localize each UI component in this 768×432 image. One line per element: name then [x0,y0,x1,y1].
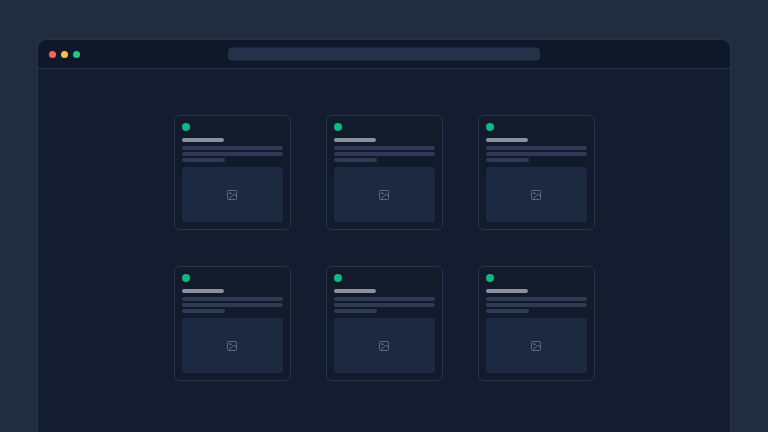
window-titlebar[interactable] [38,40,730,69]
image-icon [378,189,390,201]
browser-window [37,39,731,432]
image-placeholder [486,318,587,373]
image-placeholder [486,167,587,222]
status-dot [486,274,494,282]
skeleton-line [334,297,435,301]
skeleton-line-short [486,309,529,313]
skeleton-line [182,146,283,150]
address-bar[interactable] [228,48,540,61]
close-button[interactable] [49,51,56,58]
window-content [38,69,730,381]
image-icon [226,340,238,352]
image-icon [378,340,390,352]
skeleton-line [334,146,435,150]
skeleton-line [486,146,587,150]
skeleton-line [334,152,435,156]
skeleton-line [486,303,587,307]
skeleton-title [334,138,376,142]
skeleton-line [182,303,283,307]
card[interactable] [326,266,443,381]
image-icon [530,340,542,352]
skeleton-line-short [334,158,377,162]
image-icon [226,189,238,201]
skeleton-line-short [334,309,377,313]
card[interactable] [174,115,291,230]
image-placeholder [182,167,283,222]
card-grid [38,115,730,381]
skeleton-title [182,138,224,142]
image-placeholder [334,318,435,373]
minimize-button[interactable] [61,51,68,58]
skeleton-title [334,289,376,293]
skeleton-line [334,303,435,307]
card[interactable] [478,266,595,381]
skeleton-line-short [182,158,225,162]
image-placeholder [182,318,283,373]
card[interactable] [326,115,443,230]
skeleton-line [486,152,587,156]
card[interactable] [478,115,595,230]
skeleton-line [486,297,587,301]
status-dot [334,123,342,131]
skeleton-line [182,297,283,301]
skeleton-line-short [486,158,529,162]
status-dot [486,123,494,131]
skeleton-title [486,138,528,142]
desktop-background [0,0,768,432]
status-dot [182,274,190,282]
skeleton-title [182,289,224,293]
skeleton-line-short [182,309,225,313]
status-dot [334,274,342,282]
status-dot [182,123,190,131]
skeleton-line [182,152,283,156]
image-icon [530,189,542,201]
skeleton-title [486,289,528,293]
image-placeholder [334,167,435,222]
maximize-button[interactable] [73,51,80,58]
window-controls [38,51,80,58]
card[interactable] [174,266,291,381]
